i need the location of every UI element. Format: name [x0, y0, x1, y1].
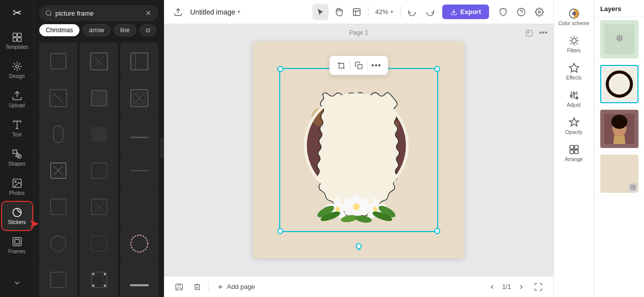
- float-divider: [350, 60, 350, 70]
- settings-btn[interactable]: [531, 4, 547, 20]
- grid-item-10[interactable]: [39, 152, 77, 190]
- svg-marker-108: [569, 63, 578, 72]
- layer-item-snowflake[interactable]: ❄: [594, 17, 644, 62]
- opacity-tool[interactable]: Opacity: [556, 113, 592, 139]
- layer-item-woman[interactable]: [594, 107, 644, 152]
- grid-item-7[interactable]: [39, 115, 77, 154]
- sidebar-item-templates[interactable]: Templates: [2, 27, 32, 55]
- frame-icon-11: [88, 159, 111, 182]
- handle-bl[interactable]: [277, 228, 283, 234]
- tag-ci[interactable]: ci: [139, 24, 157, 36]
- panel-collapse-handle[interactable]: [160, 138, 164, 159]
- grid-item-6[interactable]: [120, 79, 158, 117]
- tag-line[interactable]: line: [114, 24, 136, 36]
- bottom-delete-btn[interactable]: [190, 280, 204, 294]
- undo-btn[interactable]: [404, 4, 420, 20]
- grid-item-16[interactable]: [39, 224, 77, 262]
- canvas-wrapper[interactable]: Page 1 ••• •••: [164, 24, 553, 276]
- sidebar-item-stickers[interactable]: Stickers: [2, 202, 32, 230]
- select-tool-btn[interactable]: [312, 4, 329, 20]
- grid-item-21[interactable]: [120, 261, 158, 297]
- save-btn[interactable]: [170, 4, 186, 20]
- arrange-tool[interactable]: Arrange: [556, 140, 592, 166]
- page-thumbnail-btn[interactable]: [525, 29, 533, 39]
- export-button[interactable]: Export: [442, 5, 489, 19]
- adjust-tool[interactable]: Adjust: [556, 86, 592, 112]
- svg-rect-14: [15, 239, 19, 244]
- grid-item-12[interactable]: [120, 152, 158, 190]
- frame-icon-8: [88, 123, 111, 146]
- handle-br[interactable]: [434, 228, 440, 234]
- tag-arrow[interactable]: arrow: [83, 24, 111, 36]
- help-btn[interactable]: [513, 4, 529, 20]
- search-input[interactable]: [55, 10, 144, 17]
- svg-rect-2: [13, 38, 16, 41]
- svg-rect-3: [17, 38, 21, 41]
- top-bar: Untitled image ▾ 42% ▾: [164, 0, 553, 24]
- more-options-btn[interactable]: •••: [369, 58, 384, 73]
- layer-item-bg[interactable]: [594, 152, 644, 196]
- frame-tool-btn[interactable]: [349, 4, 365, 20]
- svg-rect-38: [51, 199, 66, 215]
- search-box[interactable]: ✕: [39, 5, 158, 21]
- zoom-control[interactable]: 42% ▾: [371, 6, 397, 18]
- grid-item-11[interactable]: [79, 152, 118, 190]
- grid-item-14[interactable]: [79, 188, 118, 226]
- sidebar-item-frames[interactable]: Frames: [2, 231, 32, 259]
- add-page-btn[interactable]: Add page: [213, 281, 259, 292]
- sidebar-expand-btn[interactable]: [2, 273, 32, 293]
- svg-rect-60: [358, 64, 362, 69]
- upload-label: Upload: [9, 103, 25, 108]
- grid-item-4[interactable]: [39, 79, 77, 117]
- shield-btn[interactable]: [495, 4, 511, 20]
- grid-item-17[interactable]: [79, 224, 118, 262]
- tag-christmas[interactable]: Christmas: [39, 24, 79, 36]
- handle-rotate[interactable]: [356, 243, 362, 249]
- bottom-save-btn[interactable]: [172, 280, 186, 294]
- grid-item-13[interactable]: [39, 188, 77, 226]
- app-logo[interactable]: ✂: [8, 4, 26, 22]
- grid-item-20[interactable]: [79, 261, 118, 297]
- grid-item-8[interactable]: [79, 115, 118, 154]
- redo-btn[interactable]: [422, 4, 438, 20]
- svg-rect-53: [353, 9, 360, 16]
- svg-point-50: [104, 284, 106, 287]
- float-divider-2: [367, 60, 368, 70]
- effects-tool[interactable]: Effects: [556, 58, 592, 85]
- sidebar-item-upload[interactable]: Upload: [2, 85, 32, 113]
- document-title[interactable]: Untitled image ▾: [190, 8, 240, 16]
- next-page-btn[interactable]: [515, 281, 527, 293]
- prev-page-btn[interactable]: [486, 281, 498, 293]
- handle-tl[interactable]: [277, 66, 283, 72]
- grid-item-2[interactable]: [79, 42, 118, 81]
- duplicate-btn[interactable]: [351, 58, 366, 73]
- color-scheme-tool[interactable]: Color scheme: [556, 4, 592, 30]
- fit-page-btn[interactable]: [531, 280, 545, 294]
- filters-tool[interactable]: Filters: [556, 31, 592, 57]
- sidebar-item-shapes[interactable]: Shapes: [2, 143, 32, 172]
- canvas-page[interactable]: •••: [253, 42, 464, 258]
- frame-icon-2: [88, 50, 111, 73]
- grid-item-3[interactable]: [120, 42, 158, 81]
- sidebar-item-text[interactable]: Text: [2, 114, 32, 142]
- layer-item-frame[interactable]: [594, 62, 644, 107]
- crop-btn[interactable]: [334, 58, 349, 73]
- frame-artwork[interactable]: [283, 69, 434, 231]
- search-clear-btn[interactable]: ✕: [144, 8, 152, 18]
- frame-icon-19: [47, 268, 70, 291]
- grid-item-15[interactable]: [120, 188, 158, 226]
- grid-item-19[interactable]: [39, 261, 77, 297]
- sidebar-item-design[interactable]: Design: [2, 56, 32, 84]
- grid-item-18[interactable]: [120, 224, 158, 262]
- title-chevron: ▾: [237, 9, 240, 15]
- sidebar-item-photos[interactable]: Photos: [2, 173, 32, 201]
- left-sidebar: ✂ Templates Design Upload Text Shapes Ph…: [0, 0, 34, 297]
- grid-item-5[interactable]: [79, 79, 118, 117]
- handle-tr[interactable]: [434, 66, 440, 72]
- page-menu-btn[interactable]: •••: [539, 28, 547, 37]
- layers-title: Layers: [594, 0, 644, 17]
- grid-item-9[interactable]: [120, 115, 158, 154]
- hand-tool-btn[interactable]: [331, 4, 347, 20]
- panel-grid: [34, 40, 164, 297]
- grid-item-1[interactable]: [39, 42, 77, 81]
